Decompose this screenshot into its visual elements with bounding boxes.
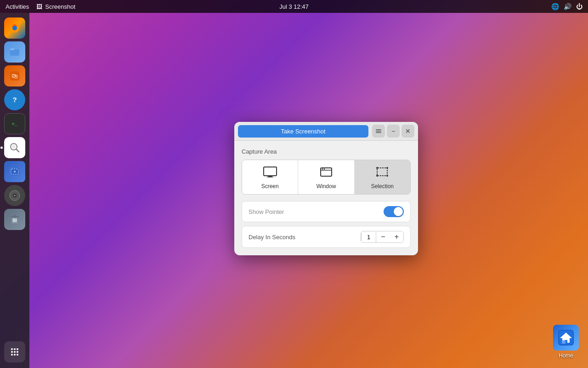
sidebar-item-firefox[interactable]	[4, 17, 25, 39]
activities-button[interactable]: Activities	[6, 3, 29, 10]
svg-point-15	[14, 171, 16, 172]
window-icon	[319, 167, 333, 180]
sidebar: 🛍 ? >_	[0, 13, 29, 368]
svg-text:🛍: 🛍	[11, 72, 18, 80]
delay-value: 1	[361, 232, 376, 242]
svg-point-1	[12, 26, 17, 30]
delay-row: Delay In Seconds 1 − +	[242, 226, 411, 248]
svg-rect-37	[562, 340, 565, 344]
network-icon[interactable]: 🌐	[551, 3, 559, 10]
svg-point-50	[386, 167, 388, 169]
svg-line-11	[16, 149, 19, 152]
svg-point-26	[14, 348, 16, 350]
svg-point-18	[14, 195, 16, 196]
app-grid-button[interactable]	[4, 341, 25, 362]
sidebar-item-cd[interactable]	[4, 185, 25, 206]
svg-rect-2	[10, 49, 19, 56]
sidebar-item-help[interactable]: ?	[4, 89, 25, 110]
datetime-display: Jul 3 12:47	[279, 3, 309, 10]
active-indicator	[0, 147, 3, 149]
home-desktop-icon[interactable]: Home	[553, 325, 579, 359]
svg-rect-21	[13, 215, 16, 217]
app-title-label: Screenshot	[45, 3, 75, 10]
menu-button[interactable]	[372, 125, 385, 138]
svg-point-52	[386, 175, 388, 177]
volume-icon[interactable]: 🔊	[564, 3, 571, 10]
delay-increment-button[interactable]: +	[390, 231, 403, 242]
show-pointer-toggle[interactable]	[384, 206, 404, 217]
delay-decrement-button[interactable]: −	[376, 231, 390, 242]
svg-rect-3	[10, 48, 15, 50]
sidebar-item-magnifier[interactable]	[4, 137, 25, 158]
delay-label: Delay In Seconds	[249, 234, 295, 241]
svg-point-12	[12, 145, 16, 149]
capture-option-screen[interactable]: Screen	[242, 160, 298, 194]
svg-text:>_: >_	[12, 121, 17, 126]
svg-point-25	[11, 348, 13, 350]
sidebar-item-terminal[interactable]: >_	[4, 113, 25, 134]
dialog-content: Capture Area Screen	[234, 141, 418, 255]
svg-point-28	[11, 351, 13, 353]
capture-options-group: Screen Window	[242, 160, 411, 195]
svg-point-29	[14, 351, 16, 353]
capture-option-window[interactable]: Window	[298, 160, 354, 194]
svg-rect-40	[376, 132, 381, 133]
sidebar-item-files[interactable]	[4, 41, 25, 63]
sidebar-item-trash[interactable]	[4, 209, 25, 230]
screenshot-dialog: Take Screenshot − ✕ Capture Area	[234, 122, 418, 255]
selection-option-label: Selection	[371, 183, 394, 190]
sidebar-item-screenshot-app[interactable]	[4, 161, 25, 182]
svg-rect-48	[377, 168, 387, 176]
svg-point-27	[17, 348, 18, 350]
svg-text:?: ?	[12, 96, 17, 104]
svg-point-47	[324, 168, 325, 169]
minimize-button[interactable]: −	[387, 125, 400, 138]
power-icon[interactable]: ⏻	[576, 3, 582, 10]
svg-rect-41	[264, 167, 277, 176]
svg-point-49	[376, 167, 378, 169]
svg-point-32	[14, 354, 16, 356]
svg-point-33	[17, 354, 18, 356]
show-pointer-row: Show Pointer	[242, 201, 411, 222]
home-icon-image	[553, 325, 579, 351]
screenshot-icon: 🖼	[36, 3, 42, 10]
toggle-knob	[394, 207, 403, 216]
minimize-icon: −	[391, 127, 395, 135]
svg-point-51	[376, 175, 378, 177]
svg-rect-43	[267, 177, 273, 178]
app-title-bar: 🖼 Screenshot	[36, 3, 75, 10]
svg-point-30	[17, 351, 18, 353]
svg-rect-38	[376, 129, 381, 130]
sidebar-item-store[interactable]: 🛍	[4, 65, 25, 86]
take-screenshot-button[interactable]: Take Screenshot	[238, 125, 368, 138]
close-icon: ✕	[405, 127, 411, 135]
capture-area-label: Capture Area	[242, 148, 411, 155]
home-icon-label: Home	[559, 352, 573, 359]
svg-point-31	[11, 354, 13, 356]
screen-option-label: Screen	[261, 183, 279, 190]
titlebar-controls: − ✕	[372, 125, 414, 138]
svg-rect-39	[376, 131, 381, 132]
svg-point-46	[322, 168, 323, 169]
dialog-titlebar: Take Screenshot − ✕	[234, 122, 418, 141]
topbar: Activities 🖼 Screenshot Jul 3 12:47 🌐 🔊 …	[0, 0, 588, 13]
close-button[interactable]: ✕	[401, 125, 414, 138]
selection-icon	[375, 167, 389, 180]
capture-option-selection[interactable]: Selection	[355, 160, 410, 194]
show-pointer-label: Show Pointer	[249, 208, 284, 215]
screen-icon	[263, 167, 277, 180]
delay-controls: 1 − +	[361, 231, 404, 243]
window-option-label: Window	[317, 183, 336, 190]
